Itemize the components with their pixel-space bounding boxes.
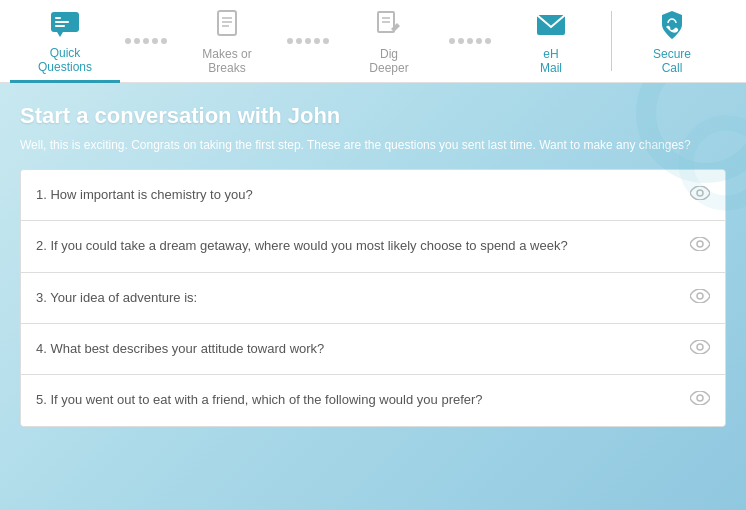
nav-item-dig-deeper[interactable]: Dig Deeper [334,0,444,83]
question-item-4: 4. What best describes your attitude tow… [21,324,725,375]
nav-label-eh-mail: eH Mail [540,47,562,75]
nav-label-dig-deeper: Dig Deeper [369,47,408,75]
mail-icon [533,7,569,43]
visibility-icon-4[interactable] [690,338,710,360]
nav-separator [611,11,612,71]
nav-item-eh-mail[interactable]: eH Mail [496,0,606,83]
background-decoration [546,83,746,233]
svg-point-17 [697,241,703,247]
nav-dots-2 [282,38,334,44]
svg-point-19 [697,344,703,350]
edit-icon [371,7,407,43]
visibility-icon-5[interactable] [690,389,710,411]
chat-icon [47,6,83,42]
question-text-2: 2. If you could take a dream getaway, wh… [36,237,690,255]
visibility-icon-2[interactable] [690,235,710,257]
svg-point-20 [697,395,703,401]
phone-shield-icon [654,7,690,43]
nav-dots-1 [120,38,172,44]
svg-marker-4 [57,32,63,37]
svg-rect-1 [55,17,61,19]
nav-item-makes-or-breaks[interactable]: Makes or Breaks [172,0,282,83]
question-item-5: 5. If you went out to eat with a friend,… [21,375,725,425]
question-text-3: 3. Your idea of adventure is: [36,289,690,307]
nav-item-secure-call[interactable]: Secure Call [617,0,727,83]
question-text-5: 5. If you went out to eat with a friend,… [36,391,690,409]
nav-label-makes-or-breaks: Makes or Breaks [202,47,251,75]
nav-item-quick-questions[interactable]: Quick Questions [10,0,120,83]
question-item-3: 3. Your idea of adventure is: [21,273,725,324]
visibility-icon-3[interactable] [690,287,710,309]
navigation-bar: Quick Questions Makes or Breaks [0,0,746,83]
main-content-area: Start a conversation with John Well, thi… [0,83,746,510]
svg-rect-5 [218,11,236,35]
svg-point-18 [697,293,703,299]
nav-label-quick-questions: Quick Questions [38,46,92,74]
question-text-4: 4. What best describes your attitude tow… [36,340,690,358]
document-icon [209,7,245,43]
svg-rect-3 [55,25,65,27]
svg-rect-2 [55,21,69,23]
nav-label-secure-call: Secure Call [653,47,691,75]
nav-dots-3 [444,38,496,44]
